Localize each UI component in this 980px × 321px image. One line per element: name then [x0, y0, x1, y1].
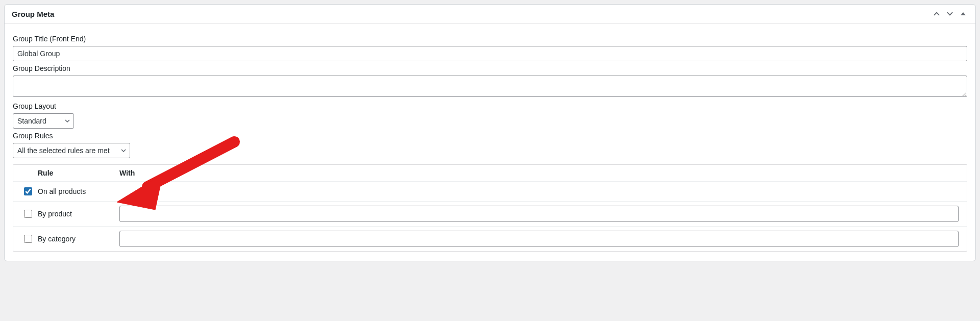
group-layout-label: Group Layout — [13, 102, 967, 110]
rule-with-input-by-category[interactable] — [119, 231, 959, 247]
table-row: By category — [13, 226, 967, 251]
rule-checkbox-by-category[interactable] — [24, 235, 32, 243]
rule-with-input-by-product[interactable] — [119, 206, 959, 222]
move-down-icon[interactable] — [945, 9, 955, 19]
rule-checkbox-by-product[interactable] — [24, 210, 32, 218]
rule-label: By category — [38, 235, 119, 243]
group-title-label: Group Title (Front End) — [13, 35, 967, 43]
move-up-icon[interactable] — [932, 9, 942, 19]
rules-table: Rule With On all products By prod — [13, 164, 967, 252]
table-row: On all products — [13, 181, 967, 201]
rule-checkbox-all-products[interactable] — [24, 187, 32, 195]
group-rules-label: Group Rules — [13, 132, 967, 140]
group-layout-select[interactable]: Standard — [13, 113, 74, 129]
table-row: By product — [13, 201, 967, 226]
rules-header-with: With — [119, 169, 963, 177]
group-description-label: Group Description — [13, 64, 967, 72]
rule-label: On all products — [38, 187, 119, 195]
panel-title: Group Meta — [12, 10, 932, 18]
rule-label: By product — [38, 210, 119, 218]
group-title-input[interactable] — [13, 46, 967, 61]
panel-header: Group Meta — [5, 5, 975, 23]
collapse-icon[interactable] — [958, 9, 968, 19]
rules-header-rule: Rule — [38, 169, 119, 177]
group-description-textarea[interactable] — [13, 76, 967, 97]
group-rules-select[interactable]: All the selected rules are met — [13, 143, 130, 158]
group-meta-panel: Group Meta Group Title (Front End) Group… — [4, 4, 976, 261]
